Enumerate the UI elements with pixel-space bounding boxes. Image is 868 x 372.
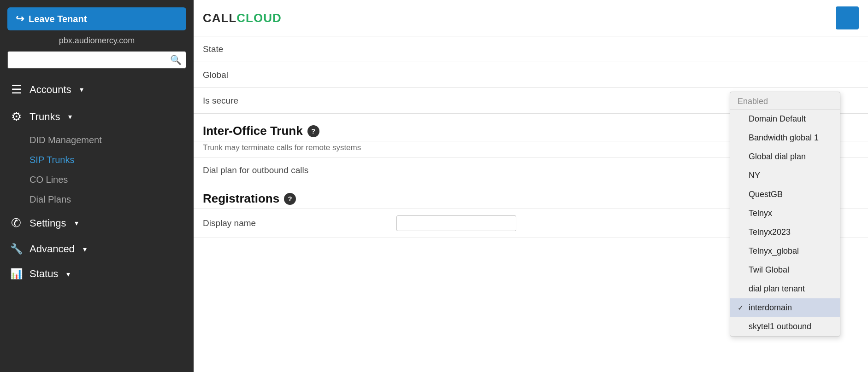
accounts-chevron-icon: ▾ bbox=[80, 85, 83, 94]
sidebar-item-settings[interactable]: ✆ Settings ▾ bbox=[0, 209, 194, 237]
leave-tenant-icon: ↪ bbox=[16, 13, 24, 25]
dropdown-item-global-dial-plan-label: Global dial plan bbox=[749, 152, 806, 162]
main-content: CALLCLOUD State Global Is secure Inter-O… bbox=[194, 0, 868, 372]
dropdown-item-twil-global-label: Twil Global bbox=[749, 265, 789, 275]
accounts-icon: ☰ bbox=[9, 82, 23, 97]
dropdown-item-telnyx2023-label: Telnyx2023 bbox=[749, 227, 791, 237]
content-area: State Global Is secure Inter-Office Trun… bbox=[194, 36, 868, 372]
brand-call: CALL bbox=[203, 11, 236, 25]
state-row: State bbox=[194, 36, 868, 62]
sidebar-item-accounts-label: Accounts bbox=[30, 84, 71, 96]
dropdown-item-ny-label: NY bbox=[749, 171, 760, 180]
settings-chevron-icon: ▾ bbox=[75, 219, 78, 227]
dial-plan-label: Dial plan for outbound calls bbox=[194, 159, 387, 182]
dropdown-item-interdomain-label: interdomain bbox=[749, 303, 792, 313]
sidebar-item-status-label: Status bbox=[30, 268, 58, 280]
global-row: Global bbox=[194, 62, 868, 88]
check-twil-global bbox=[738, 266, 746, 274]
sidebar-item-advanced-label: Advanced bbox=[30, 243, 75, 255]
dropdown-item-global-dial-plan[interactable]: Global dial plan bbox=[730, 147, 840, 166]
dropdown-item-telnyx2023[interactable]: Telnyx2023 bbox=[730, 223, 840, 242]
brand-cloud: CLOUD bbox=[236, 11, 281, 25]
settings-icon: ✆ bbox=[9, 216, 23, 230]
state-label: State bbox=[194, 38, 387, 61]
tenant-domain: pbx.audiomercy.com bbox=[0, 34, 194, 51]
sidebar-item-sip-trunks[interactable]: SIP Trunks bbox=[0, 150, 194, 170]
dropdown-item-domain-default-label: Domain Default bbox=[749, 114, 806, 124]
dropdown-item-telnyx-global-label: Telnyx_global bbox=[749, 246, 799, 256]
dropdown-item-questgb[interactable]: QuestGB bbox=[730, 185, 840, 204]
dropdown-item-twil-global[interactable]: Twil Global bbox=[730, 261, 840, 279]
trunks-icon: ⚙ bbox=[9, 110, 23, 124]
did-management-label: DID Management bbox=[30, 135, 102, 145]
search-bar-container: 🔍 bbox=[7, 51, 186, 69]
check-dial-plan-tenant bbox=[738, 285, 746, 293]
dropdown-item-dial-plan-tenant[interactable]: dial plan tenant bbox=[730, 279, 840, 298]
trunks-chevron-icon: ▾ bbox=[68, 112, 72, 121]
dropdown-item-telnyx-global[interactable]: Telnyx_global bbox=[730, 242, 840, 261]
registrations-help-icon[interactable]: ? bbox=[284, 193, 296, 205]
is-secure-label: Is secure bbox=[194, 89, 387, 112]
check-skytel1-outbound bbox=[738, 323, 746, 331]
dropdown-item-ny[interactable]: NY bbox=[730, 166, 840, 185]
sidebar-item-advanced[interactable]: 🔧 Advanced ▾ bbox=[0, 237, 194, 262]
global-label: Global bbox=[194, 64, 387, 87]
dropdown-item-skytel1-outbound[interactable]: skytel1 outbound bbox=[730, 317, 840, 336]
sidebar: ↪ Leave Tenant pbx.audiomercy.com 🔍 ☰ Ac… bbox=[0, 0, 194, 372]
dropdown-item-bandwidth-global-1-label: Bandwidth global 1 bbox=[749, 133, 819, 143]
global-value bbox=[387, 69, 868, 81]
check-global-dial-plan bbox=[738, 153, 746, 161]
co-lines-label: CO Lines bbox=[30, 174, 68, 185]
dropdown-enabled-label: Enabled bbox=[730, 92, 840, 110]
leave-tenant-label: Leave Tenant bbox=[29, 14, 87, 24]
dropdown-item-bandwidth-global-1[interactable]: Bandwidth global 1 bbox=[730, 128, 840, 147]
status-icon: 📊 bbox=[9, 268, 23, 280]
check-bandwidth-global-1 bbox=[738, 134, 746, 142]
dropdown-menu: Enabled Domain Default Bandwidth global … bbox=[730, 92, 840, 337]
sidebar-item-did-management[interactable]: DID Management bbox=[0, 130, 194, 150]
sidebar-item-settings-label: Settings bbox=[30, 217, 66, 229]
sip-trunks-label: SIP Trunks bbox=[30, 155, 74, 165]
advanced-chevron-icon: ▾ bbox=[83, 245, 87, 254]
dropdown-item-domain-default[interactable]: Domain Default bbox=[730, 110, 840, 128]
advanced-icon: 🔧 bbox=[9, 243, 23, 255]
dial-plans-label: Dial Plans bbox=[30, 194, 71, 204]
dropdown-item-telnyx[interactable]: Telnyx bbox=[730, 204, 840, 223]
check-ny bbox=[738, 172, 746, 180]
leave-tenant-button[interactable]: ↪ Leave Tenant bbox=[7, 7, 186, 30]
sidebar-item-trunks[interactable]: ⚙ Trunks ▾ bbox=[0, 103, 194, 130]
dropdown-item-questgb-label: QuestGB bbox=[749, 190, 783, 199]
search-icon[interactable]: 🔍 bbox=[170, 54, 182, 65]
check-interdomain: ✓ bbox=[738, 303, 746, 312]
search-input[interactable] bbox=[7, 51, 186, 69]
dropdown-item-interdomain[interactable]: ✓ interdomain bbox=[730, 298, 840, 317]
sidebar-item-status[interactable]: 📊 Status ▾ bbox=[0, 262, 194, 286]
state-value bbox=[387, 43, 868, 56]
display-name-input[interactable] bbox=[396, 215, 516, 231]
check-questgb bbox=[738, 191, 746, 199]
sidebar-item-dial-plans[interactable]: Dial Plans bbox=[0, 190, 194, 209]
check-telnyx2023 bbox=[738, 228, 746, 237]
dropdown-item-telnyx-label: Telnyx bbox=[749, 209, 772, 218]
brand-logo: CALLCLOUD bbox=[203, 11, 282, 25]
display-name-label: Display name bbox=[194, 212, 387, 235]
top-right-button[interactable] bbox=[836, 6, 859, 29]
dropdown-item-dial-plan-tenant-label: dial plan tenant bbox=[749, 284, 805, 294]
check-telnyx bbox=[738, 209, 746, 218]
sidebar-item-trunks-label: Trunks bbox=[30, 111, 60, 123]
check-telnyx-global bbox=[738, 247, 746, 256]
sidebar-item-accounts[interactable]: ☰ Accounts ▾ bbox=[0, 76, 194, 103]
sidebar-item-co-lines[interactable]: CO Lines bbox=[0, 170, 194, 190]
status-chevron-icon: ▾ bbox=[66, 270, 70, 279]
dropdown-item-skytel1-outbound-label: skytel1 outbound bbox=[749, 322, 811, 331]
top-bar: CALLCLOUD bbox=[194, 0, 868, 36]
inter-office-help-icon[interactable]: ? bbox=[307, 125, 319, 137]
check-domain-default bbox=[738, 115, 746, 123]
